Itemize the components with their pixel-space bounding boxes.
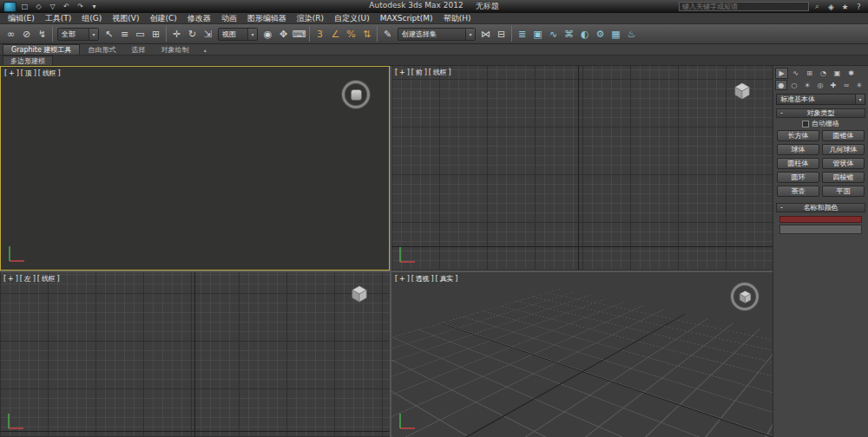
motion-tab-icon[interactable]: ◔ xyxy=(817,68,830,79)
ribbon-tab[interactable]: Graphite 建模工具 xyxy=(3,44,80,55)
viewcube-cube-icon[interactable] xyxy=(350,284,369,303)
object-type-button[interactable]: 几何球体 xyxy=(822,144,865,155)
name-color-rollout-header[interactable]: - 名称和颜色 xyxy=(776,203,865,212)
menu-item[interactable]: 修改器 xyxy=(182,13,216,23)
object-type-button[interactable]: 四棱锥 xyxy=(822,172,865,183)
new-scene-icon[interactable]: □ xyxy=(19,2,30,12)
use-pivot-point-center-icon[interactable]: ◉ xyxy=(260,27,275,42)
space-warps-category-icon[interactable]: ≈ xyxy=(840,80,852,90)
object-type-rollout-header[interactable]: - 对象类型 xyxy=(776,108,865,118)
viewcube-ring-icon[interactable] xyxy=(731,283,759,310)
display-tab-icon[interactable]: ▣ xyxy=(831,68,844,79)
graphite-toggle-icon[interactable]: ▣ xyxy=(530,27,545,42)
object-type-button[interactable]: 平面 xyxy=(822,186,865,197)
schematic-view-icon[interactable]: ⌘ xyxy=(562,27,576,42)
viewport-left-label[interactable]: [ + ] [ 左 ] [ 线框 ] xyxy=(3,274,59,284)
workspace-dropdown-icon[interactable]: ▾ xyxy=(89,2,100,12)
viewcube[interactable] xyxy=(342,81,370,108)
viewcube-face-icon[interactable] xyxy=(351,89,362,101)
save-file-icon[interactable]: ▽ xyxy=(47,2,58,12)
polygon-modeling-panel-tab[interactable]: 多边形建模 xyxy=(3,55,53,65)
select-and-rotate-icon[interactable]: ↻ xyxy=(185,27,200,42)
primitive-category-dropdown[interactable]: 标准基本体 ▾ xyxy=(776,94,865,105)
menu-item[interactable]: 组(G) xyxy=(76,13,107,23)
lights-category-icon[interactable]: ☀ xyxy=(801,80,813,90)
cameras-category-icon[interactable]: ◎ xyxy=(814,80,826,90)
keyboard-shortcut-override-icon[interactable]: ⌨ xyxy=(292,27,306,42)
create-tab-icon[interactable]: ▶ xyxy=(775,68,788,79)
viewport-perspective-label[interactable]: [ + ] [ 透视 ] [ 真实 ] xyxy=(395,274,457,284)
select-object-icon[interactable]: ↖ xyxy=(102,27,116,42)
render-setup-icon[interactable]: ⚙ xyxy=(593,27,608,42)
align-icon[interactable]: ⊟ xyxy=(494,27,509,42)
menu-item[interactable]: MAXScript(M) xyxy=(375,13,438,23)
helpers-category-icon[interactable]: ✚ xyxy=(827,80,839,90)
object-type-button[interactable]: 茶壶 xyxy=(777,186,819,197)
open-file-icon[interactable]: ◇ xyxy=(33,2,44,12)
select-by-name-icon[interactable]: ≡ xyxy=(117,27,132,42)
viewport-left[interactable]: [ + ] [ 左 ] [ 线框 ] xyxy=(0,272,390,437)
unlink-selection-icon[interactable]: ⊘ xyxy=(19,27,34,42)
bind-to-space-warp-icon[interactable]: ↯ xyxy=(35,27,49,42)
ribbon-tab[interactable]: 选择 xyxy=(123,44,153,55)
communication-center-icon[interactable]: ◈ xyxy=(825,3,837,11)
object-type-button[interactable]: 圆环 xyxy=(777,172,819,183)
menu-item[interactable]: 视图(V) xyxy=(107,13,144,23)
viewport-top-label[interactable]: [ + ] [ 顶 ] [ 线框 ] xyxy=(4,68,60,78)
select-and-link-icon[interactable]: ∞ xyxy=(3,27,18,42)
select-and-manipulate-icon[interactable]: ✥ xyxy=(276,27,291,42)
viewcube[interactable] xyxy=(733,82,752,101)
favorites-icon[interactable]: ★ xyxy=(839,3,851,11)
named-selection-sets-dropdown[interactable]: 创建选择集 ▾ xyxy=(398,28,476,41)
spinner-snap-icon[interactable]: ⇅ xyxy=(359,27,374,42)
rollout-collapse-icon[interactable]: - xyxy=(780,109,783,117)
menu-item[interactable]: 编辑(E) xyxy=(3,13,40,23)
render-production-icon[interactable]: ♨ xyxy=(624,27,639,42)
object-type-button[interactable]: 圆锥体 xyxy=(822,130,865,141)
object-name-input[interactable] xyxy=(779,225,862,234)
menu-item[interactable]: 帮助(H) xyxy=(438,13,477,23)
object-type-button[interactable]: 管状体 xyxy=(822,158,865,169)
viewcube[interactable] xyxy=(731,283,759,310)
autogrid-checkbox[interactable] xyxy=(802,121,809,127)
viewcube-cube-icon[interactable] xyxy=(733,82,752,101)
menu-item[interactable]: 自定义(U) xyxy=(329,13,375,23)
select-and-scale-icon[interactable]: ⇲ xyxy=(201,27,215,42)
object-type-button[interactable]: 球体 xyxy=(777,144,819,155)
ribbon-tab[interactable]: 自由形式 xyxy=(80,44,123,55)
systems-category-icon[interactable]: ✳ xyxy=(853,80,865,90)
manage-layers-icon[interactable]: ≣ xyxy=(515,27,529,42)
selection-filter-dropdown[interactable]: 全部 ▾ xyxy=(57,28,99,41)
geometry-category-icon[interactable]: ● xyxy=(775,80,787,90)
viewport-front-label[interactable]: [ + ] [ 前 ] [ 线框 ] xyxy=(395,68,450,77)
percent-snap-icon[interactable]: % xyxy=(344,27,358,42)
reference-coordinate-dropdown[interactable]: 视图 ▾ xyxy=(218,28,258,41)
help-icon[interactable]: ? xyxy=(853,3,865,11)
viewport-perspective[interactable]: [ + ] [ 透视 ] [ 真实 ] xyxy=(391,272,773,437)
ribbon-minimize-icon[interactable]: ▴ xyxy=(200,44,210,55)
app-logo-icon[interactable] xyxy=(3,2,16,12)
object-type-button[interactable]: 圆柱体 xyxy=(777,158,819,169)
viewcube-ring-icon[interactable] xyxy=(342,81,370,108)
curve-editor-icon[interactable]: ∿ xyxy=(546,27,561,42)
undo-icon[interactable]: ↶ xyxy=(61,2,72,12)
material-editor-icon[interactable]: ◐ xyxy=(577,27,592,42)
rectangular-selection-region-icon[interactable]: ▭ xyxy=(133,27,148,42)
menu-item[interactable]: 创建(C) xyxy=(144,13,181,23)
menu-item[interactable]: 图形编辑器 xyxy=(242,13,292,23)
menu-item[interactable]: 工具(T) xyxy=(40,13,77,23)
mirror-icon[interactable]: ⋈ xyxy=(478,27,493,42)
ribbon-tab[interactable]: 对象绘制 xyxy=(153,44,196,55)
object-type-button[interactable]: 长方体 xyxy=(777,130,819,141)
hierarchy-tab-icon[interactable]: ⊞ xyxy=(803,68,816,79)
search-icon[interactable]: ⌕ xyxy=(812,2,823,11)
modify-tab-icon[interactable]: ∿ xyxy=(789,68,802,79)
viewport-front[interactable]: [ + ] [ 前 ] [ 线框 ] xyxy=(391,66,773,271)
edit-named-selection-sets-icon[interactable]: ✎ xyxy=(380,27,395,42)
viewcube[interactable] xyxy=(350,284,369,303)
menu-item[interactable]: 动画 xyxy=(216,13,242,23)
shapes-category-icon[interactable]: ○ xyxy=(788,80,800,90)
rollout-collapse-icon[interactable]: - xyxy=(780,204,783,212)
menu-item[interactable]: 渲染(R) xyxy=(292,13,329,23)
infocenter-search-input[interactable] xyxy=(679,2,809,11)
